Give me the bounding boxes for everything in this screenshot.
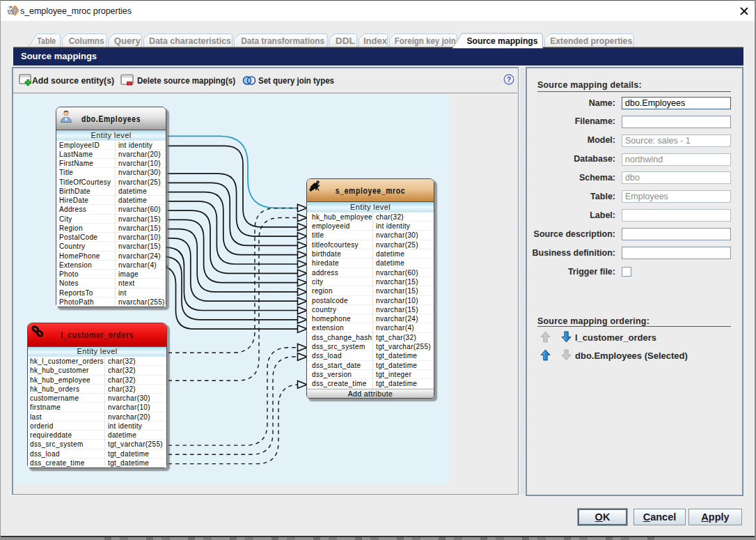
svg-text:Source mappings: Source mappings <box>467 36 538 46</box>
svg-text:Columns: Columns <box>69 36 104 46</box>
svg-text:Index: Index <box>363 36 387 46</box>
svg-text:Query: Query <box>114 36 141 46</box>
svg-text:DDL: DDL <box>336 36 355 46</box>
svg-text:Foreign key join: Foreign key join <box>395 36 456 46</box>
svg-text:Extended properties: Extended properties <box>550 36 632 46</box>
svg-text:Data characteristics: Data characteristics <box>149 36 231 46</box>
svg-text:Data transformations: Data transformations <box>241 36 324 46</box>
svg-text:?: ? <box>507 76 511 84</box>
svg-text:Table: Table <box>37 36 56 46</box>
